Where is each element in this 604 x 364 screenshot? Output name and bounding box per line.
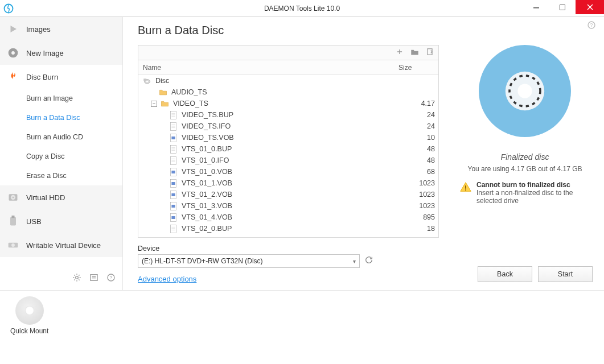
column-name[interactable]: Name — [138, 64, 398, 72]
file-icon — [169, 145, 178, 154]
sidebar-item-usb[interactable]: USB — [0, 209, 122, 233]
svg-rect-31 — [171, 136, 175, 139]
quick-mount-label: Quick Mount — [10, 327, 48, 335]
flame-icon — [7, 71, 19, 83]
svg-text:?: ? — [590, 22, 593, 28]
refresh-icon[interactable] — [364, 255, 373, 267]
file-icon — [169, 225, 178, 233]
svg-rect-1 — [533, 7, 539, 9]
sidebar-item-writable-virtual-device[interactable]: Writable Virtual Device — [0, 233, 122, 257]
gear-icon[interactable] — [72, 273, 81, 284]
svg-rect-41 — [171, 171, 175, 173]
maximize-button[interactable] — [549, 0, 576, 14]
svg-rect-2 — [560, 5, 565, 10]
help-icon[interactable]: ? — [106, 273, 116, 284]
drive-icon — [7, 239, 19, 251]
sidebar-item-label: New Image — [26, 49, 64, 57]
window-controls — [523, 0, 604, 14]
sidebar-item-label: Virtual HDD — [26, 193, 65, 202]
warning-icon — [459, 181, 472, 196]
svg-rect-45 — [171, 193, 175, 196]
svg-point-20 — [146, 81, 148, 82]
svg-rect-18 — [428, 48, 432, 55]
file-icon — [169, 122, 178, 131]
sidebar-sub-copy-disc[interactable]: Copy a Disc — [0, 147, 122, 166]
news-icon[interactable] — [89, 273, 98, 284]
svg-rect-36 — [171, 156, 176, 164]
usb-icon — [7, 215, 19, 228]
disc-usage: You are using 4.17 GB out of 4.17 GB — [467, 165, 582, 173]
quick-mount-button[interactable]: Quick Mount — [10, 296, 48, 335]
tree-folder[interactable]: −VIDEO_TS4.17 — [138, 98, 438, 109]
svg-text:?: ? — [110, 275, 113, 280]
svg-rect-8 — [10, 217, 16, 226]
sidebar-item-label: Writable Virtual Device — [26, 241, 101, 250]
file-table: Name Size DiscAUDIO_TS−VIDEO_TS4.17VIDEO… — [138, 60, 439, 238]
bottom-bar: Quick Mount — [0, 290, 604, 363]
tree-file[interactable]: VTS_01_2.VOB1023 — [138, 189, 438, 200]
video-file-icon — [169, 168, 178, 176]
remove-icon[interactable] — [425, 47, 435, 59]
sidebar-sub-burn-data-disc[interactable]: Burn a Data Disc — [0, 108, 122, 127]
advanced-options-link[interactable]: Advanced options — [138, 275, 439, 283]
svg-rect-47 — [171, 205, 175, 208]
device-select[interactable]: (E:) HL-DT-ST DVD+-RW GT32N (Disc) ▾ — [138, 254, 360, 268]
tree-file[interactable]: VTS_01_1.VOB1023 — [138, 177, 438, 189]
tree-file[interactable]: VTS_01_3.VOB1023 — [138, 200, 438, 212]
minimize-button[interactable] — [523, 0, 549, 14]
disc-icon — [7, 47, 19, 59]
sidebar-sub-erase-disc[interactable]: Erase a Disc — [0, 166, 122, 185]
video-file-icon — [169, 213, 178, 222]
table-body[interactable]: DiscAUDIO_TS−VIDEO_TS4.17VIDEO_TS.BUP24V… — [138, 75, 438, 237]
svg-rect-26 — [171, 122, 176, 130]
tree-file[interactable]: VIDEO_TS.VOB10 — [138, 132, 438, 143]
add-file-icon[interactable] — [395, 47, 405, 59]
tree-file[interactable]: VTS_01_0.IFO48 — [138, 155, 438, 166]
svg-rect-32 — [171, 145, 176, 153]
page-title: Burn a Data Disc — [138, 24, 439, 37]
sidebar-item-label: USB — [26, 217, 42, 226]
video-file-icon — [169, 191, 178, 199]
file-toolbar — [138, 45, 439, 60]
collapse-icon[interactable]: − — [151, 101, 157, 107]
back-button[interactable]: Back — [478, 266, 532, 282]
sidebar-item-images[interactable]: Images — [0, 17, 122, 41]
video-file-icon — [169, 134, 178, 142]
page-help-icon[interactable]: ? — [587, 20, 596, 31]
column-size[interactable]: Size — [398, 64, 438, 72]
sidebar-item-label: Disc Burn — [26, 73, 58, 81]
hdd-icon — [7, 191, 19, 204]
warning-title: Cannot burn to finalized disc — [476, 181, 590, 189]
sidebar-item-virtual-hdd[interactable]: Virtual HDD — [0, 185, 122, 209]
disc-graphic — [474, 40, 576, 142]
tree-file[interactable]: VIDEO_TS.IFO24 — [138, 121, 438, 132]
sidebar: Images New Image Disc Burn Burn an Image… — [0, 17, 123, 290]
video-file-icon — [169, 202, 178, 210]
file-icon — [169, 111, 178, 119]
svg-point-7 — [13, 197, 14, 198]
folder-icon — [161, 100, 169, 108]
titlebar: DAEMON Tools Lite 10.0 — [0, 0, 604, 17]
add-folder-icon[interactable] — [409, 47, 420, 59]
sidebar-sub-burn-audio-cd[interactable]: Burn an Audio CD — [0, 127, 122, 147]
start-button[interactable]: Start — [538, 266, 593, 282]
tree-file[interactable]: VIDEO_TS.BUP24 — [138, 109, 438, 121]
folder-icon — [159, 88, 167, 97]
svg-rect-9 — [12, 216, 15, 218]
tree-file[interactable]: VTS_01_0.BUP48 — [138, 143, 438, 155]
tree-folder[interactable]: AUDIO_TS — [138, 86, 438, 98]
svg-rect-49 — [171, 216, 175, 219]
sidebar-sub-burn-image[interactable]: Burn an Image — [0, 89, 122, 108]
tree-file[interactable]: VTS_01_4.VOB895 — [138, 212, 438, 223]
table-header: Name Size — [138, 60, 438, 75]
tree-file[interactable]: VTS_01_0.VOB68 — [138, 166, 438, 177]
device-value: (E:) HL-DT-ST DVD+-RW GT32N (Disc) — [142, 257, 263, 265]
svg-rect-61 — [465, 189, 466, 191]
sidebar-item-new-image[interactable]: New Image — [0, 41, 122, 65]
quick-mount-icon — [15, 296, 44, 325]
tree-root[interactable]: Disc — [138, 75, 438, 86]
sidebar-item-disc-burn[interactable]: Disc Burn — [0, 65, 122, 89]
tree-file[interactable]: VTS_02_0.BUP18 — [138, 223, 438, 234]
close-button[interactable] — [576, 0, 604, 14]
svg-rect-22 — [171, 111, 176, 119]
